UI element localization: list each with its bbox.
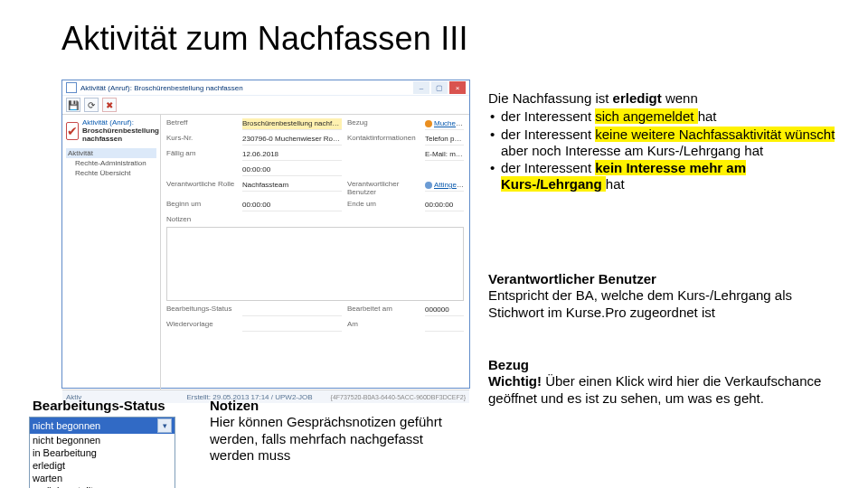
right-block-2: Verantwortlicher Benutzer Entspricht der… — [488, 271, 848, 321]
value-bezug[interactable]: Muchenwieser Roman — [425, 118, 464, 130]
value-am[interactable] — [425, 320, 464, 332]
chevron-down-icon[interactable]: ▾ — [157, 418, 172, 433]
right-block-3: Bezug Wichtig! Über einen Klick wird hie… — [488, 357, 848, 407]
form: Betreff Broschürenbestellung nachfassen … — [161, 115, 469, 389]
value-bearb-status[interactable] — [242, 305, 342, 316]
dropdown-heading: Bearbeitungs-Status — [33, 398, 165, 413]
label-kursnr: Kurs-Nr. — [166, 134, 237, 145]
maximize-button[interactable]: ▢ — [431, 81, 448, 94]
notizen-block: Notizen Hier können Gesprächsnotizen gef… — [210, 398, 463, 464]
window-caption: Aktivität (Anruf): Broschürenbestellung … — [80, 84, 243, 92]
dropdown-option[interactable]: warten — [30, 472, 175, 484]
toolbar: 💾 ⟳ ✖ — [62, 96, 469, 115]
dropdown-list: nicht begonnen in Bearbeitung erledigt w… — [30, 434, 175, 488]
window-titlebar: Aktivität (Anruf): Broschürenbestellung … — [62, 80, 469, 96]
value-verantw-user[interactable]: Attinger Nathan — [425, 180, 464, 192]
label-verantw-user: Verantwortlicher Benutzer — [347, 180, 420, 196]
label-verantw-rolle: Verantwortliche Rolle — [166, 180, 237, 196]
sidebar-activity-label: Aktivität (Anruf): — [82, 118, 159, 127]
label-betreff: Betreff — [166, 118, 237, 130]
value-email: E-Mail: muchi@gmail.com — [425, 149, 464, 161]
value-time1[interactable]: 00:00:00 — [242, 164, 342, 176]
value-ende[interactable]: 00:00:00 — [425, 200, 464, 211]
notes-textarea[interactable] — [166, 227, 464, 301]
sidebar: ✔ Aktivität (Anruf): Broschürenbestellun… — [62, 115, 161, 389]
value-betreff[interactable]: Broschürenbestellung nachfassen — [242, 118, 342, 130]
value-wiedervorlage[interactable] — [242, 320, 342, 332]
slide-title: Aktivität zum Nachfassen III — [61, 20, 468, 58]
value-beginn[interactable]: 00:00:00 — [242, 200, 342, 211]
value-kursnr[interactable]: 230796-0 Muchenwieser Roman, Fel — [242, 134, 342, 145]
tree-child[interactable]: Rechte Übersicht — [66, 168, 156, 178]
app-icon — [66, 82, 77, 93]
label-bezug: Bezug — [347, 118, 420, 130]
tree-root[interactable]: Aktivität — [66, 148, 156, 158]
value-phone: Telefon privat: 056 614 01 04 — [425, 134, 464, 145]
cancel-icon[interactable]: ✖ — [102, 98, 117, 112]
label-faellig: Fällig am — [166, 149, 237, 161]
dropdown-option[interactable]: zurückgestellt — [30, 484, 175, 488]
label-beginn: Beginn um — [166, 200, 237, 211]
pin-icon — [425, 120, 432, 127]
dropdown-selected: nicht begonnen ▾ — [30, 418, 175, 434]
value-faellig[interactable]: 12.06.2018 — [242, 149, 342, 161]
tree: Aktivität Rechte-Administration Rechte Ü… — [66, 148, 156, 178]
label-ende: Ende um — [347, 200, 420, 211]
tree-child[interactable]: Rechte-Administration — [66, 158, 156, 168]
refresh-icon[interactable]: ⟳ — [84, 98, 99, 112]
value-rolle[interactable]: Nachfassteam — [242, 180, 342, 192]
save-icon[interactable]: 💾 — [66, 98, 80, 112]
label-kontakt: Kontaktinformationen — [347, 134, 420, 145]
label-am: Am — [347, 320, 420, 332]
close-button[interactable]: × — [449, 81, 466, 94]
label-bearbeitet: Bearbeitet am — [347, 305, 420, 316]
app-window: Aktivität (Anruf): Broschürenbestellung … — [61, 80, 470, 389]
right-block-1: Die Nachfassung ist erledigt wenn der In… — [488, 90, 848, 194]
value-bearbeitet[interactable]: 000000 — [425, 305, 464, 316]
dropdown-option[interactable]: nicht begonnen — [30, 434, 175, 446]
status-dropdown[interactable]: nicht begonnen ▾ nicht begonnen in Bearb… — [29, 417, 175, 488]
user-icon — [425, 182, 432, 189]
minimize-button[interactable]: – — [413, 81, 429, 94]
dropdown-option[interactable]: erledigt — [30, 459, 175, 472]
sidebar-subject: Broschürenbestellung nachfassen — [82, 127, 159, 143]
label-bearb-status: Bearbeitungs-Status — [166, 305, 237, 316]
checkmark-icon: ✔ — [66, 122, 79, 140]
label-wiedervorlage: Wiedervorlage — [166, 320, 237, 332]
dropdown-option[interactable]: in Bearbeitung — [30, 446, 175, 459]
label-notizen: Notizen — [166, 215, 237, 223]
